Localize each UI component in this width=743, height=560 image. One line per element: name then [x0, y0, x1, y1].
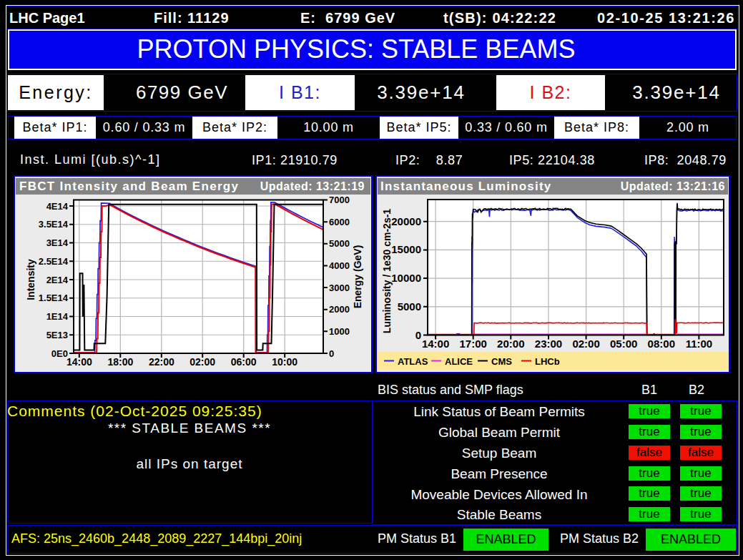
svg-text:FBCT Intensity and Beam Energy: FBCT Intensity and Beam Energy [19, 180, 239, 193]
svg-text:ATLAS: ATLAS [398, 356, 428, 367]
svg-text:2E14: 2E14 [46, 275, 69, 285]
svg-text:23:00: 23:00 [535, 338, 562, 350]
svg-text:Updated: 13:21:16: Updated: 13:21:16 [621, 180, 725, 192]
svg-text:1E14: 1E14 [46, 311, 69, 322]
svg-text:4000: 4000 [329, 260, 350, 271]
svg-text:LHCb: LHCb [535, 356, 560, 367]
svg-text:14:00: 14:00 [67, 356, 92, 368]
svg-text:22:00: 22:00 [149, 356, 174, 368]
svg-text:4E14: 4E14 [46, 201, 69, 212]
svg-text:02:00: 02:00 [190, 356, 215, 368]
svg-text:11:00: 11:00 [686, 338, 713, 350]
svg-text:0: 0 [415, 329, 421, 341]
svg-text:CMS: CMS [491, 356, 512, 367]
svg-text:Instantaneous Luminosity: Instantaneous Luminosity [380, 180, 551, 193]
svg-text:2.5E14: 2.5E14 [39, 256, 69, 267]
svg-text:0: 0 [329, 348, 334, 359]
svg-text:5E13: 5E13 [46, 330, 68, 340]
svg-text:20000: 20000 [391, 215, 421, 227]
svg-text:18:00: 18:00 [107, 356, 133, 368]
svg-text:Luminosity / 1e30 cm-2s-1: Luminosity / 1e30 cm-2s-1 [381, 209, 393, 334]
svg-text:20:00: 20:00 [497, 338, 524, 350]
svg-text:05:00: 05:00 [610, 338, 637, 350]
svg-text:08:00: 08:00 [648, 338, 675, 350]
svg-text:14:00: 14:00 [422, 338, 449, 350]
svg-text:17:00: 17:00 [460, 338, 487, 350]
svg-text:Energy (GeV): Energy (GeV) [352, 245, 363, 309]
svg-text:3.5E14: 3.5E14 [39, 219, 69, 230]
svg-text:3E14: 3E14 [46, 237, 69, 248]
svg-text:6000: 6000 [329, 217, 350, 227]
svg-text:02:00: 02:00 [572, 338, 599, 350]
svg-text:06:00: 06:00 [231, 356, 257, 368]
svg-text:2000: 2000 [329, 304, 350, 315]
svg-text:ALICE: ALICE [445, 356, 473, 367]
svg-text:5000: 5000 [398, 300, 421, 313]
svg-text:7000: 7000 [329, 195, 350, 205]
svg-text:Updated: 13:21:19: Updated: 13:21:19 [260, 180, 365, 192]
svg-text:15000: 15000 [391, 243, 421, 255]
svg-text:Intensity: Intensity [25, 259, 36, 300]
svg-text:0E0: 0E0 [51, 348, 68, 359]
svg-text:5000: 5000 [329, 238, 350, 249]
svg-text:10000: 10000 [391, 272, 421, 284]
svg-text:3000: 3000 [329, 283, 350, 293]
svg-text:1.5E14: 1.5E14 [39, 293, 69, 303]
svg-text:1000: 1000 [329, 326, 350, 337]
svg-text:10:00: 10:00 [272, 356, 297, 368]
